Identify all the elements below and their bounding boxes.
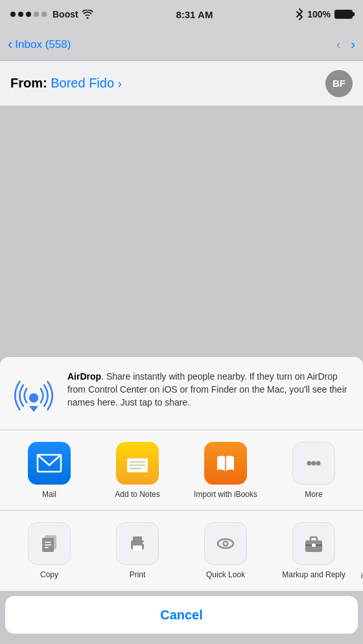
sender-chevron-icon: ›: [118, 77, 122, 90]
battery-percent: 100%: [307, 9, 331, 19]
notes-app-icon: [116, 442, 159, 485]
svg-point-0: [29, 393, 38, 402]
app-item-notes[interactable]: Add to Notes: [102, 442, 173, 500]
partial-action-label: iC: [361, 571, 363, 581]
cancel-button[interactable]: Cancel: [5, 596, 358, 634]
svg-point-23: [224, 542, 227, 545]
airdrop-icon: [10, 370, 57, 417]
cancel-button-wrap: Cancel: [0, 596, 363, 644]
app-item-more[interactable]: More: [278, 442, 349, 500]
status-left: Boost: [10, 9, 93, 19]
email-from: From: Bored Fido ›: [10, 76, 122, 91]
mail-app-icon: [28, 442, 71, 485]
ibooks-label: Import with iBooks: [194, 490, 257, 500]
status-bar: Boost 8:31 AM 100%: [0, 0, 363, 29]
avatar: BF: [325, 70, 353, 97]
svg-rect-18: [133, 536, 142, 542]
airdrop-desc-text: . Share instantly with people nearby. If…: [67, 371, 347, 408]
sender-name[interactable]: Bored Fido: [51, 76, 114, 90]
action-row: Copy Print: [0, 511, 363, 591]
copy-action-icon: [28, 522, 71, 565]
share-sheet: AirDrop. Share instantly with people nea…: [0, 357, 363, 644]
mail-label: Mail: [42, 490, 56, 500]
battery-icon: [334, 10, 353, 19]
print-label: Print: [130, 570, 146, 581]
copy-label: Copy: [40, 570, 58, 581]
wifi-icon: [82, 10, 93, 19]
signal-dot-3: [26, 12, 31, 17]
print-action-icon: [116, 522, 159, 565]
svg-point-9: [307, 461, 312, 465]
action-item-quicklook[interactable]: Quick Look: [190, 522, 261, 581]
airdrop-description: AirDrop. Share instantly with people nea…: [67, 370, 353, 409]
svg-rect-25: [310, 537, 317, 542]
app-item-ibooks[interactable]: Import with iBooks: [190, 442, 261, 500]
back-label: Inbox (558): [15, 38, 71, 51]
back-chevron-icon: ‹: [8, 36, 12, 53]
nav-arrows: ‹ ›: [336, 37, 355, 52]
next-message-button[interactable]: ›: [351, 37, 355, 52]
status-right: 100%: [296, 8, 353, 20]
from-label: From:: [10, 76, 51, 90]
app-item-mail[interactable]: Mail: [14, 442, 85, 500]
quicklook-label: Quick Look: [206, 570, 245, 581]
prev-message-button[interactable]: ‹: [336, 37, 341, 52]
signal-dot-1: [10, 12, 16, 17]
svg-rect-19: [133, 546, 142, 551]
airdrop-section: AirDrop. Share instantly with people nea…: [0, 357, 363, 430]
status-time: 8:31 AM: [176, 9, 213, 20]
email-header: From: Bored Fido › BF: [0, 61, 363, 106]
svg-rect-27: [312, 544, 316, 547]
action-item-print[interactable]: Print: [102, 522, 173, 581]
bluetooth-icon: [296, 8, 303, 20]
signal-dots: [10, 12, 47, 17]
action-item-markup[interactable]: Markup and Reply: [278, 522, 349, 581]
battery-fill: [336, 11, 351, 17]
signal-dot-5: [41, 12, 47, 17]
more-label: More: [305, 490, 322, 500]
signal-dot-2: [18, 12, 23, 17]
carrier-label: Boost: [53, 9, 78, 19]
more-app-icon: [292, 442, 335, 485]
svg-rect-20: [143, 542, 145, 544]
notes-label: Add to Notes: [115, 490, 159, 500]
markup-action-icon: [292, 522, 335, 565]
ibooks-app-icon: [204, 442, 247, 485]
markup-label: Markup and Reply: [282, 570, 345, 581]
svg-point-10: [312, 461, 316, 465]
quicklook-action-icon: [204, 522, 247, 565]
back-button[interactable]: ‹ Inbox (558): [8, 36, 71, 53]
airdrop-title: AirDrop: [67, 371, 101, 382]
signal-dot-4: [34, 12, 39, 17]
action-item-copy[interactable]: Copy: [14, 522, 85, 581]
share-sheet-main: AirDrop. Share instantly with people nea…: [0, 357, 363, 591]
app-row: Mail Add to Notes: [0, 430, 363, 511]
svg-point-11: [316, 461, 321, 465]
nav-bar: ‹ Inbox (558) ‹ ›: [0, 29, 363, 61]
